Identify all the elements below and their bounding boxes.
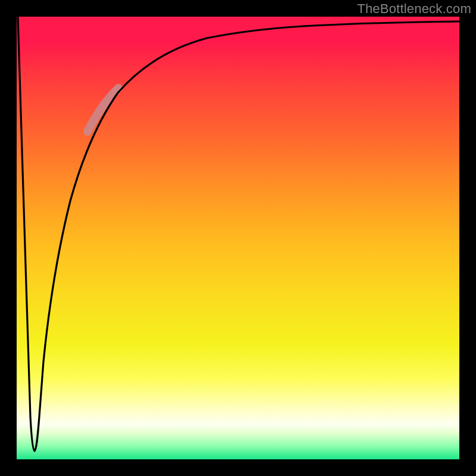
curve-highlight (87, 88, 118, 131)
chart-frame: TheBottleneck.com (0, 0, 476, 476)
bottleneck-curve (17, 17, 459, 459)
plot-area (17, 17, 459, 459)
watermark-label: TheBottleneck.com (357, 1, 471, 17)
curve-main (18, 17, 459, 451)
